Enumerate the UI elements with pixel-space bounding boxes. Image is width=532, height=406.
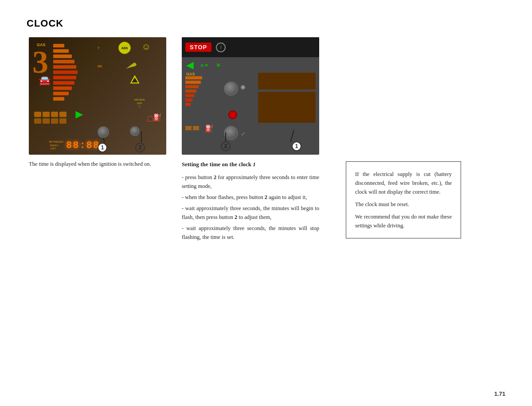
info-box-para-1: If the electrical supply is cut (battery… (355, 170, 452, 196)
callout-2-right: 2 (221, 141, 231, 151)
sun-icon: ☀ (215, 62, 221, 69)
callout-2-line (141, 131, 142, 142)
instructions-title-text: Setting the time on the clock (182, 161, 251, 168)
callout-1-right: 1 (292, 141, 301, 151)
page-number: 1.71 (494, 390, 505, 397)
clock-display-area: ⬆8 PRESET MANU LIST 88:88 (49, 140, 100, 151)
brown-rect-lower (258, 92, 316, 123)
preset-label: ⬆8 PRESET MANU LIST (49, 141, 64, 151)
callout-2-left: 2 (135, 143, 145, 152)
fuel-icon-right: ⛽ (205, 124, 214, 133)
abs-label: ABS (118, 42, 131, 54)
info-box-para-2: The clock must be reset. (355, 200, 452, 209)
right-dashboard-image: STOP i ◀ ⊙⚭ ☀ GAS (182, 37, 319, 155)
wrench-area (125, 62, 137, 71)
instruction-item-2: when the hour flashes, press button 2 ag… (182, 193, 319, 202)
instructions-list: press button 2 for approximately three s… (182, 173, 319, 242)
instructions-title: Setting the time on the clock 1 (182, 160, 319, 169)
warning-lights-area (34, 112, 66, 124)
instruction-item-1: press button 2 for approximately three s… (182, 173, 319, 191)
stop-button: STOP (185, 43, 211, 52)
car-icon: 🚘 (39, 75, 51, 86)
left-panel: GAS (27, 37, 168, 166)
bottom-warn-right (185, 126, 199, 130)
clock-digit-display: 88:88 (66, 140, 100, 151)
gas-label-right: GAS (186, 72, 195, 76)
info-circle-icon: i (216, 43, 226, 52)
person-icon: ☺ (142, 42, 151, 52)
left-caption: The time is displayed when the ignition … (29, 160, 166, 168)
arrow-right-indicator: ► (73, 107, 86, 121)
left-dashboard-wrapper: GAS (29, 37, 166, 166)
top-strip: STOP i (182, 37, 319, 57)
page-title: CLOCK (27, 18, 505, 29)
content-row: GAS (27, 37, 505, 238)
instructions-title-num: 1 (253, 161, 256, 168)
knob-button-2-left (130, 126, 140, 136)
callout-1-right-line (290, 130, 294, 142)
speed-numeral: 3 (32, 46, 48, 78)
small-indicator-upper (241, 85, 245, 90)
instructions-block: Setting the time on the clock 1 press bu… (182, 160, 319, 242)
headlight-icon: ⊙⚭ (200, 62, 209, 69)
check-icon: ✓ (241, 130, 246, 138)
double-zero: oo (98, 64, 102, 68)
callout-2-right-line (225, 133, 226, 141)
info-box: If the electrical supply is cut (battery… (346, 161, 461, 238)
brown-display-area (258, 73, 316, 123)
abs-badge: ABS (118, 42, 131, 54)
orange-bars-right (185, 76, 202, 106)
arrow-left-green: ◀ (186, 59, 194, 71)
instruction-item-3: wait approximately three seconds, the mi… (182, 204, 319, 222)
info-box-content: If the electrical supply is cut (battery… (355, 170, 452, 230)
red-circle-right (228, 110, 237, 119)
knob-upper-right (224, 82, 238, 96)
knob-button-1-left (98, 126, 109, 138)
instruction-item-4: wait approximately three seconds, the mi… (182, 224, 319, 242)
right-dashboard-wrapper: STOP i ◀ ⊙⚭ ☀ GAS (182, 37, 319, 166)
speed-num-7: 7 (98, 46, 99, 50)
wrench-icon (125, 62, 137, 70)
info-box-para-3: We recommend that you do not make these … (355, 212, 452, 230)
airbag-label: AIR BAGOFF☺ (134, 98, 145, 108)
green-icons-row: ◀ ⊙⚭ ☀ (186, 59, 221, 71)
triangle-icon (130, 75, 140, 84)
triangle-warning (130, 75, 140, 86)
right-panel: STOP i ◀ ⊙⚭ ☀ GAS (182, 37, 324, 166)
page-container: CLOCK GAS (0, 0, 532, 406)
callout-1-left: 1 (98, 143, 107, 152)
brown-rect-upper (258, 73, 316, 90)
left-dashboard-image: GAS (29, 37, 166, 155)
fuel-icon-left: ⛽ (153, 113, 162, 121)
